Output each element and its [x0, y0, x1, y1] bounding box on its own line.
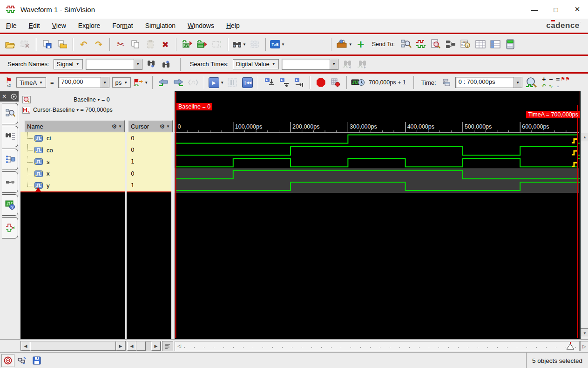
send-to-waveform-button[interactable]: [180, 37, 194, 52]
sendto-schematic-button[interactable]: [444, 37, 458, 52]
cursor-select-dropdown[interactable]: TimeA▼: [16, 77, 46, 88]
open-database-button[interactable]: [3, 37, 17, 52]
pause-button[interactable]: [225, 75, 239, 90]
step-out-button[interactable]: [292, 75, 306, 90]
vertical-scroll-thumb[interactable]: [581, 141, 588, 329]
scroll-right-button[interactable]: ▷: [580, 341, 588, 351]
delete-button[interactable]: ✖: [158, 37, 172, 52]
menu-edit[interactable]: Edit: [23, 20, 46, 31]
close-button[interactable]: ✕: [567, 0, 588, 19]
save-as-button[interactable]: [55, 37, 69, 52]
name-column-gear-icon[interactable]: ⚙: [111, 123, 117, 130]
search-names-combo-arrow[interactable]: ▼: [134, 59, 142, 69]
cut-button[interactable]: ✂: [114, 37, 128, 52]
workspace-button[interactable]: ▼: [335, 37, 353, 52]
redo-button[interactable]: ↷: [92, 37, 106, 52]
name-column-header[interactable]: Name ⚙ ▼: [24, 120, 125, 132]
baseline-cursor-badge[interactable]: Baseline = 0: [176, 103, 212, 110]
menu-simulation[interactable]: Simulation: [139, 20, 182, 31]
time-unit-dropdown[interactable]: ps▼: [112, 77, 131, 88]
waveform-canvas[interactable]: 0100,000ps200,000ps300,000ps400,000ps500…: [175, 91, 581, 339]
cursor-column-scrollbar[interactable]: ◀ ▶: [127, 341, 161, 351]
add-signal-button[interactable]: +: [354, 37, 368, 52]
time-range-combo[interactable]: 0 : 700,000ps ▼: [455, 77, 522, 88]
menu-view[interactable]: View: [46, 20, 72, 31]
paste-button[interactable]: [143, 37, 157, 52]
sendto-memory-viewer-button[interactable]: [503, 37, 517, 52]
scroll-left-button[interactable]: ◀: [127, 341, 136, 351]
name-column-caret[interactable]: ▼: [118, 124, 122, 129]
copy-button[interactable]: [128, 37, 142, 52]
search-binoculars-button[interactable]: ▼: [232, 37, 247, 52]
find-previous-name-button[interactable]: [144, 57, 158, 72]
scroll-thumb[interactable]: [30, 341, 116, 351]
tab-schematic[interactable]: [2, 171, 18, 193]
baseline-label[interactable]: Baseline: [74, 96, 96, 103]
previous-edge-button[interactable]: [156, 75, 170, 90]
cursor-column-gear-icon[interactable]: ⚙: [159, 123, 165, 130]
scroll-thumb[interactable]: [136, 341, 146, 351]
find-next-time-button[interactable]: [355, 57, 369, 72]
cursor-time-combo-arrow[interactable]: ▼: [101, 77, 109, 88]
grid-button[interactable]: [248, 37, 262, 52]
cursor-baseline-label[interactable]: Cursor-Baseline: [33, 107, 75, 113]
cursor-time-combo[interactable]: 700,000 ▼: [58, 77, 109, 88]
step-over-button[interactable]: [277, 75, 291, 90]
save-state-icon[interactable]: [30, 354, 43, 367]
sendto-registers-button[interactable]: 101010 11: [459, 37, 473, 52]
zoom-locate-icon[interactable]: [22, 96, 31, 103]
close-panel-icon[interactable]: ✕: [2, 93, 7, 100]
menu-explore[interactable]: Explore: [72, 20, 107, 31]
stop-button[interactable]: [314, 75, 328, 90]
signal-row-x[interactable]: x: [20, 168, 125, 179]
link-signals-icon[interactable]: [16, 354, 29, 367]
sendto-source-browser-button[interactable]: [429, 37, 443, 52]
baseline-dropdown-caret[interactable]: ▼: [97, 98, 101, 102]
cursor-action-button[interactable]: ▼: [133, 75, 149, 90]
time-range-combo-arrow[interactable]: ▼: [514, 77, 522, 88]
sendto-list-button[interactable]: [473, 37, 487, 52]
zoom-cursors-button[interactable]: ⚑⚑: [561, 76, 570, 82]
undo-button[interactable]: ↶: [77, 37, 91, 52]
zoom-box-button[interactable]: ▫: [557, 83, 559, 89]
menu-windows[interactable]: Windows: [182, 20, 220, 31]
sendto-waveform-button[interactable]: [414, 37, 428, 52]
scroll-right-button[interactable]: ▶: [151, 341, 161, 351]
signal-row-co[interactable]: co: [20, 144, 125, 156]
save-button[interactable]: [40, 37, 54, 52]
expand-panel-icon[interactable]: [11, 94, 17, 100]
search-times-combo-arrow[interactable]: ▼: [330, 59, 338, 69]
send-to-register-button[interactable]: [195, 37, 209, 52]
search-names-combo[interactable]: ▼: [86, 59, 142, 70]
search-times-combo[interactable]: ▼: [282, 59, 338, 70]
tab-signal-list[interactable]: [2, 149, 18, 170]
minimize-button[interactable]: —: [524, 0, 545, 19]
reset-to-start-button[interactable]: ❙◀◀: [240, 75, 254, 90]
send-to-schematic-button[interactable]: [210, 37, 224, 52]
zoom-waveform-icon[interactable]: [524, 75, 538, 90]
waveform-vertical-scrollbar[interactable]: ▲ ▼: [581, 91, 588, 339]
scroll-up-button[interactable]: ▲: [581, 133, 588, 141]
next-edge-button[interactable]: [171, 75, 185, 90]
timea-cursor-badge[interactable]: TimeA = 700,000ps: [526, 111, 580, 118]
zoom-previous-button[interactable]: ↶: [542, 83, 546, 89]
menu-help[interactable]: Help: [220, 20, 246, 31]
close-database-button[interactable]: [18, 37, 32, 52]
tab-search[interactable]: [2, 126, 18, 147]
cursor-baseline-dropdown-caret[interactable]: ▼: [76, 108, 80, 112]
cursor-column-header[interactable]: Cursor ⚙ ▼: [128, 120, 173, 132]
zoom-in-button[interactable]: +: [542, 75, 546, 83]
sendto-table-button[interactable]: [488, 37, 502, 52]
scroll-left-button[interactable]: ◀: [21, 341, 30, 351]
run-button[interactable]: ▶▼: [208, 75, 224, 90]
signal-row-ci[interactable]: ci: [20, 132, 125, 144]
waveform-scroll-thumb[interactable]: [566, 342, 574, 350]
find-next-name-button[interactable]: [159, 57, 173, 72]
txe-button[interactable]: TxE▼: [270, 37, 285, 52]
step-button[interactable]: [262, 75, 276, 90]
tab-waveform-probe[interactable]: ?: [2, 194, 18, 216]
target-icon[interactable]: [1, 354, 14, 367]
signal-list-options-button[interactable]: [162, 341, 173, 351]
search-times-type-dropdown[interactable]: Digital Value▼: [233, 59, 279, 69]
maximize-button[interactable]: □: [545, 0, 567, 19]
